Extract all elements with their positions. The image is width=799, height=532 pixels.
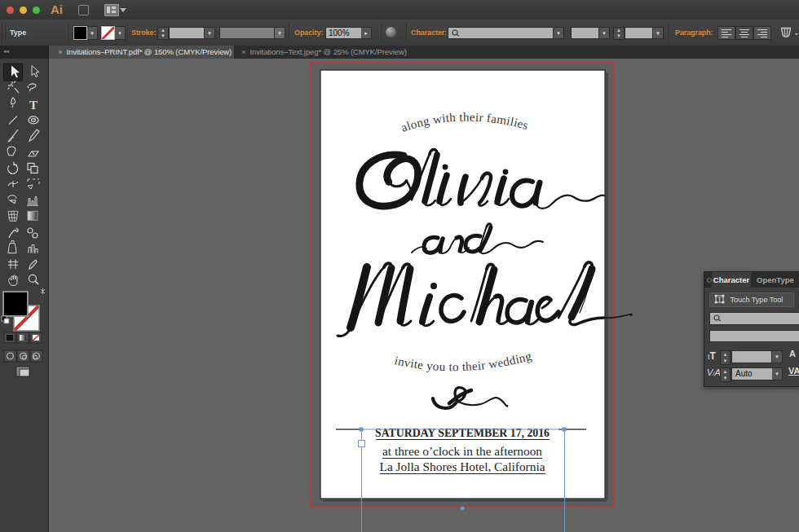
svg-text:SATURDAY SEPTEMBER 17, 2016: SATURDAY SEPTEMBER 17, 2016 — [375, 426, 550, 439]
svg-text:T: T — [717, 296, 722, 303]
svg-text:T: T — [29, 99, 38, 112]
svg-text:at three o’clock in the aftern: at three o’clock in the afternoon — [382, 444, 542, 458]
svg-text:La Jolla Shores Hotel, Califor: La Jolla Shores Hotel, California — [380, 459, 545, 473]
